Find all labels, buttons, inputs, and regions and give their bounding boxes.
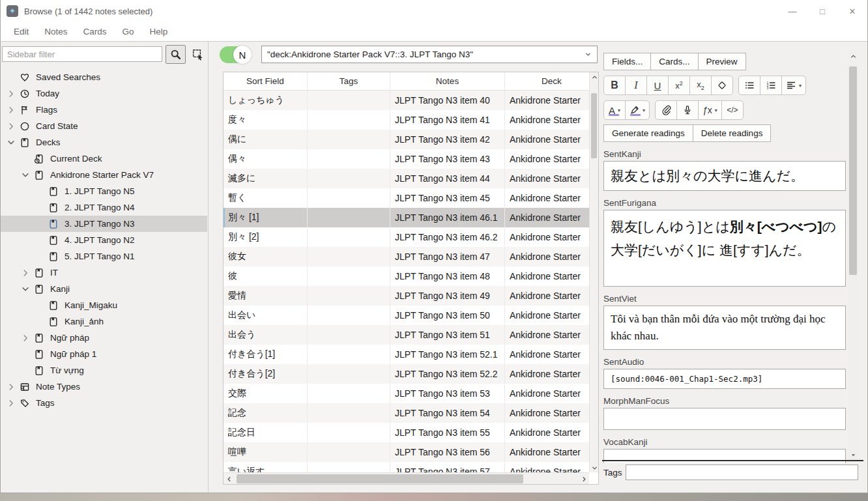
table-hscroll-thumb[interactable] bbox=[237, 474, 523, 483]
fields-button[interactable]: Fields... bbox=[603, 53, 651, 70]
sidebar-splitter[interactable] bbox=[208, 42, 209, 493]
sidebar-item-tags[interactable]: Tags bbox=[1, 395, 207, 411]
table-row[interactable]: 記念JLPT Tango N3 item 54Ankidrone Starter bbox=[224, 403, 589, 423]
sidebar-item-today[interactable]: Today bbox=[1, 85, 207, 102]
record-audio-button[interactable] bbox=[676, 100, 699, 120]
remove-formatting-button[interactable] bbox=[711, 76, 733, 95]
superscript-button[interactable]: x2 bbox=[668, 76, 690, 95]
bullet-list-button[interactable] bbox=[738, 76, 760, 95]
table-row[interactable]: 付き合う[1]JLPT Tango N3 item 52.1Ankidrone … bbox=[224, 345, 589, 364]
sidebar-item-note-types[interactable]: Note Types bbox=[1, 379, 207, 395]
scroll-up-icon[interactable] bbox=[590, 72, 599, 81]
table-vertical-scrollbar[interactable] bbox=[589, 72, 598, 472]
editor-tags-splitter[interactable] bbox=[602, 460, 863, 461]
chevron-right-icon[interactable] bbox=[6, 382, 16, 392]
table-row[interactable]: 別々 [2]JLPT Tango N3 item 46.2Ankidrone S… bbox=[224, 227, 589, 247]
column-header-notes[interactable]: Notes bbox=[390, 72, 505, 90]
column-header-sort-field[interactable]: Sort Field bbox=[224, 72, 308, 90]
sidebar-item-ng-ph-p-1[interactable]: Ngữ pháp 1 bbox=[1, 346, 207, 362]
chevron-down-icon[interactable] bbox=[6, 137, 16, 148]
table-row[interactable]: 喧嘩JLPT Tango N3 item 56Ankidrone Starter bbox=[224, 442, 589, 462]
text-color-button[interactable]: A▾ bbox=[603, 100, 626, 120]
table-row[interactable]: 交際JLPT Tango N3 item 53Ankidrone Starter bbox=[224, 384, 589, 403]
preview-button[interactable]: Preview bbox=[698, 53, 746, 70]
sidebar-item-current-deck[interactable]: Current Deck bbox=[1, 150, 207, 167]
chevron-down-icon[interactable] bbox=[20, 170, 31, 180]
column-header-deck[interactable]: Deck bbox=[505, 72, 598, 90]
field-sentfurigana[interactable]: 親友[しんゆう]とは別々[べつべつ]の 大学[だいがく]に 進[すす]んだ。 bbox=[603, 210, 846, 287]
minimize-button[interactable]: — bbox=[777, 0, 807, 22]
sidebar-item-saved-searches[interactable]: Saved Searches bbox=[1, 69, 207, 85]
sidebar-item-2-jlpt-tango-n4[interactable]: 2. JLPT Tango N4 bbox=[1, 199, 207, 216]
table-row[interactable]: 出会うJLPT Tango N3 item 51Ankidrone Starte… bbox=[224, 325, 589, 345]
table-row[interactable]: 偶々JLPT Tango N3 item 43Ankidrone Starter bbox=[224, 149, 589, 169]
table-row[interactable]: 滅多にJLPT Tango N3 item 44Ankidrone Starte… bbox=[224, 169, 589, 188]
tags-input[interactable] bbox=[626, 465, 858, 480]
table-row[interactable]: 出会いJLPT Tango N3 item 50Ankidrone Starte… bbox=[224, 306, 589, 325]
generate-readings-button[interactable]: Generate readings bbox=[603, 124, 693, 142]
sidebar-item-3-jlpt-tango-n3[interactable]: 3. JLPT Tango N3 bbox=[1, 216, 207, 232]
scroll-down-icon[interactable] bbox=[848, 450, 858, 460]
chevron-right-icon[interactable] bbox=[6, 89, 16, 99]
chevron-right-icon[interactable] bbox=[6, 105, 16, 115]
scroll-left-icon[interactable] bbox=[224, 473, 234, 485]
table-row[interactable]: 別々 [1]JLPT Tango N3 item 46.1Ankidrone S… bbox=[224, 208, 589, 227]
field-sentaudio[interactable]: [sound:0046-001_Chap1-Sec2.mp3] bbox=[603, 369, 846, 389]
field-sentkanji[interactable]: 親友とは別々の大学に進んだ。 bbox=[603, 161, 846, 191]
menu-notes[interactable]: Notes bbox=[36, 24, 75, 39]
attach-button[interactable] bbox=[655, 100, 677, 120]
editor-vscroll-thumb[interactable] bbox=[849, 66, 857, 275]
scroll-right-icon[interactable] bbox=[579, 473, 589, 485]
search-button[interactable] bbox=[166, 45, 186, 64]
delete-readings-button[interactable]: Delete readings bbox=[693, 124, 772, 142]
chevron-right-icon[interactable] bbox=[20, 333, 31, 343]
bold-button[interactable]: B bbox=[603, 76, 626, 95]
scroll-down-icon[interactable] bbox=[590, 463, 599, 472]
editor-vertical-scrollbar[interactable] bbox=[848, 51, 858, 460]
ordered-list-button[interactable]: 123 bbox=[760, 76, 782, 95]
maximize-button[interactable]: □ bbox=[807, 0, 837, 22]
table-row[interactable]: 彼女JLPT Tango N3 item 47Ankidrone Starter bbox=[224, 247, 589, 266]
menu-help[interactable]: Help bbox=[142, 24, 176, 39]
sidebar-item-5-jlpt-tango-n1[interactable]: 5. JLPT Tango N1 bbox=[1, 248, 207, 265]
table-row[interactable]: 偶にJLPT Tango N3 item 42Ankidrone Starter bbox=[224, 130, 589, 149]
scroll-up-icon[interactable] bbox=[848, 51, 858, 61]
search-combobox[interactable]: "deck:Ankidrone Starter Pack V7::3. JLPT… bbox=[261, 46, 598, 63]
sidebar-item-ng-ph-p[interactable]: Ngữ pháp bbox=[1, 330, 207, 346]
sidebar-item-flags[interactable]: Flags bbox=[1, 102, 207, 118]
menu-cards[interactable]: Cards bbox=[76, 24, 115, 39]
table-row[interactable]: しょっちゅうJLPT Tango N3 item 40Ankidrone Sta… bbox=[224, 91, 589, 110]
cards-button[interactable]: Cards... bbox=[650, 53, 698, 70]
sidebar-filter-input[interactable] bbox=[2, 46, 162, 62]
italic-button[interactable]: I bbox=[625, 76, 647, 95]
highlight-color-button[interactable]: ▾ bbox=[625, 100, 650, 120]
underline-button[interactable]: U bbox=[646, 76, 669, 95]
column-header-tags[interactable]: Tags bbox=[308, 72, 390, 90]
chevron-right-icon[interactable] bbox=[20, 268, 31, 278]
sidebar-item-ankidrone-starter-pack-v7[interactable]: Ankidrone Starter Pack V7 bbox=[1, 167, 207, 183]
table-horizontal-scrollbar[interactable] bbox=[224, 472, 589, 484]
sidebar-item-decks[interactable]: Decks bbox=[1, 134, 207, 150]
field-sentviet[interactable]: Tôi và bạn thân mỗi đứa vào một trường đ… bbox=[603, 306, 846, 350]
sidebar-item-it[interactable]: IT bbox=[1, 265, 207, 281]
table-row[interactable]: 愛情JLPT Tango N3 item 49Ankidrone Starter bbox=[224, 286, 589, 306]
sidebar-item-1-jlpt-tango-n5[interactable]: 1. JLPT Tango N5 bbox=[1, 183, 207, 199]
menu-go[interactable]: Go bbox=[115, 24, 142, 39]
table-row[interactable]: 暫くJLPT Tango N3 item 45Ankidrone Starter bbox=[224, 188, 589, 208]
table-row[interactable]: 記念日JLPT Tango N3 item 55Ankidrone Starte… bbox=[224, 423, 589, 442]
alignment-button[interactable]: ▾ bbox=[781, 76, 806, 95]
table-row[interactable]: 彼JLPT Tango N3 item 48Ankidrone Starter bbox=[224, 266, 589, 286]
chevron-down-icon[interactable] bbox=[20, 284, 31, 294]
chevron-right-icon[interactable] bbox=[6, 121, 16, 132]
selection-mode-button[interactable] bbox=[189, 46, 207, 63]
field-morphmanfocus[interactable] bbox=[603, 408, 846, 430]
menu-edit[interactable]: Edit bbox=[6, 24, 36, 39]
sidebar-item-kanji-nh[interactable]: Kanji_ảnh bbox=[1, 313, 207, 330]
notetype-toggle[interactable]: N bbox=[220, 46, 251, 63]
close-button[interactable]: ✕ bbox=[837, 0, 867, 22]
chevron-right-icon[interactable] bbox=[6, 398, 16, 408]
sidebar-item-t-v-ng[interactable]: Từ vựng bbox=[1, 362, 207, 379]
sidebar-item-card-state[interactable]: Card State bbox=[1, 118, 207, 134]
equations-button[interactable]: ƒx▾ bbox=[698, 100, 722, 120]
table-row[interactable]: 言い返すJLPT Tango N3 item 57Ankidrone Start… bbox=[224, 462, 589, 472]
